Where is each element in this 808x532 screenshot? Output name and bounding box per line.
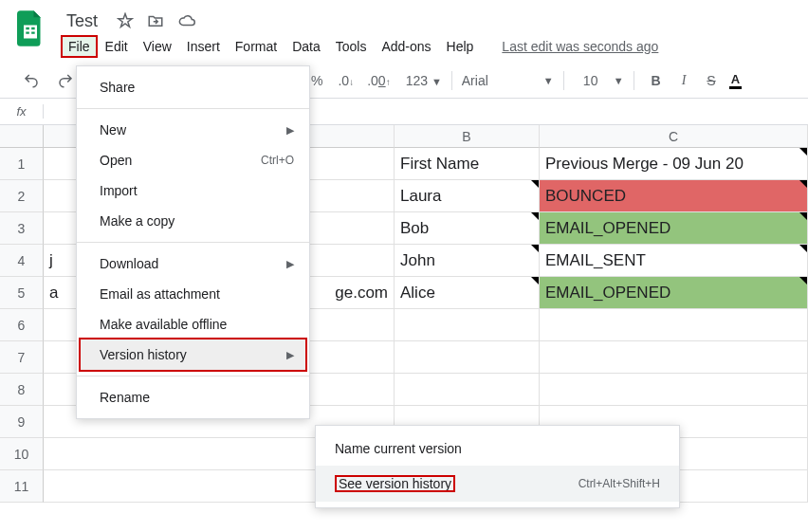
font-select[interactable]: Arial (462, 73, 538, 88)
menu-bar: File Edit View Insert Format Data Tools … (61, 34, 666, 59)
cell[interactable] (395, 374, 540, 406)
row-header[interactable]: 8 (0, 374, 44, 406)
doc-title[interactable]: Test (61, 11, 103, 31)
menu-view[interactable]: View (136, 35, 179, 58)
chevron-right-icon: ▶ (286, 258, 294, 270)
row-header[interactable]: 6 (0, 309, 44, 341)
cell[interactable]: Alice (395, 277, 540, 309)
version-history-submenu: Name current version See version history… (315, 425, 680, 508)
menu-file[interactable]: File (61, 35, 98, 58)
cell[interactable]: Laura (395, 180, 540, 212)
row-header[interactable]: 4 (0, 245, 44, 277)
cell[interactable]: Bob (395, 212, 540, 245)
number-format-button[interactable]: 123 ▼ (406, 73, 442, 88)
chevron-down-icon[interactable]: ▼ (614, 75, 624, 86)
file-open[interactable]: OpenCtrl+O (77, 145, 309, 175)
row-header[interactable]: 5 (0, 277, 44, 309)
chevron-right-icon: ▶ (286, 349, 294, 361)
menu-tools[interactable]: Tools (328, 35, 375, 58)
cell[interactable]: EMAIL_OPENED (540, 212, 808, 245)
row-header[interactable]: 3 (0, 212, 44, 245)
undo-button[interactable] (17, 68, 46, 93)
text-color-button[interactable]: A (729, 72, 742, 89)
dec0-button[interactable]: .0↓ (338, 73, 354, 88)
menu-insert[interactable]: Insert (179, 35, 228, 58)
select-all-corner[interactable] (0, 125, 44, 148)
last-edit-link[interactable]: Last edit was seconds ago (494, 35, 666, 58)
star-icon[interactable] (117, 12, 134, 29)
cell[interactable]: EMAIL_SENT (540, 245, 808, 277)
cell[interactable] (540, 374, 808, 406)
name-current-version[interactable]: Name current version (316, 431, 679, 466)
row-header[interactable]: 1 (0, 148, 44, 180)
menu-addons[interactable]: Add-ons (374, 35, 438, 58)
file-offline[interactable]: Make available offline (77, 309, 309, 339)
italic-button[interactable]: I (674, 73, 694, 88)
chevron-right-icon: ▶ (286, 124, 294, 137)
bold-button[interactable]: B (644, 73, 669, 88)
see-version-history[interactable]: See version history Ctrl+Alt+Shift+H (316, 466, 679, 502)
cell[interactable]: John (395, 245, 540, 277)
sheets-logo[interactable] (13, 8, 47, 49)
menu-data[interactable]: Data (285, 35, 328, 58)
cell[interactable]: Previous Merge - 09 Jun 20 (540, 148, 808, 180)
dec00-button[interactable]: .00↑ (367, 73, 390, 88)
file-rename[interactable]: Rename (77, 382, 309, 413)
cell[interactable]: First Name (395, 148, 540, 180)
move-icon[interactable] (147, 12, 164, 29)
row-header[interactable]: 11 (0, 470, 44, 503)
file-new[interactable]: New▶ (77, 115, 309, 145)
fx-label: fx (0, 104, 44, 119)
percent-format-button[interactable]: % (311, 73, 322, 88)
cell[interactable]: EMAIL_OPENED (540, 277, 808, 309)
file-import[interactable]: Import (77, 175, 309, 206)
cell[interactable]: BOUNCED (540, 180, 808, 212)
file-version-history[interactable]: Version history▶ (81, 339, 305, 370)
menu-edit[interactable]: Edit (98, 35, 136, 58)
file-share[interactable]: Share (77, 72, 309, 102)
cell[interactable] (395, 309, 540, 341)
row-header[interactable]: 7 (0, 341, 44, 374)
file-menu-dropdown: Share New▶ OpenCtrl+O Import Make a copy… (76, 65, 310, 419)
cell[interactable] (540, 341, 808, 374)
chevron-down-icon[interactable]: ▼ (543, 75, 554, 86)
menu-help[interactable]: Help (439, 35, 482, 58)
cell[interactable] (395, 341, 540, 374)
file-make-copy[interactable]: Make a copy (77, 206, 309, 236)
row-header[interactable]: 10 (0, 438, 44, 470)
file-download[interactable]: Download▶ (77, 248, 309, 279)
strike-button[interactable]: S (699, 73, 723, 88)
cloud-icon[interactable] (177, 12, 196, 29)
row-header[interactable]: 9 (0, 406, 44, 438)
row-header[interactable]: 2 (0, 180, 44, 212)
font-size-select[interactable]: 10 (574, 73, 608, 88)
menu-format[interactable]: Format (228, 35, 285, 58)
cell[interactable] (540, 309, 808, 341)
file-email[interactable]: Email as attachment (77, 279, 309, 309)
col-header[interactable]: B (395, 125, 540, 148)
col-header[interactable]: C (540, 125, 808, 148)
